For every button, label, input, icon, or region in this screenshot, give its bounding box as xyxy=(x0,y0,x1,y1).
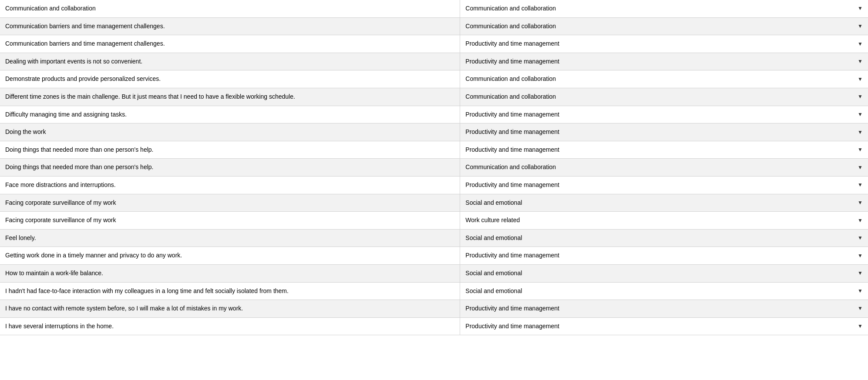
chevron-down-icon: ▼ xyxy=(858,5,863,12)
chevron-down-icon: ▼ xyxy=(858,270,863,277)
category-dropdown-cell[interactable]: Productivity and time management▼ xyxy=(460,176,868,194)
category-label: Communication and collaboration xyxy=(465,22,854,31)
response-text: Facing corporate surveillance of my work xyxy=(0,194,460,212)
response-text: Doing things that needed more than one p… xyxy=(0,159,460,177)
table-row: Facing corporate surveillance of my work… xyxy=(0,212,868,230)
chevron-down-icon: ▼ xyxy=(858,93,863,100)
category-label: Social and emotional xyxy=(465,234,854,243)
category-label: Social and emotional xyxy=(465,199,854,207)
response-text: I hadn't had face-to-face interaction wi… xyxy=(0,282,460,300)
response-text: Face more distractions and interruptions… xyxy=(0,176,460,194)
table-row: Communication and collaborationCommunica… xyxy=(0,0,868,17)
table-row: Dealing with important events is not so … xyxy=(0,53,868,70)
category-label: Productivity and time management xyxy=(465,181,854,190)
chevron-down-icon: ▼ xyxy=(858,23,863,30)
table-row: Difficulty managing time and assigning t… xyxy=(0,106,868,123)
table-row: Getting work done in a timely manner and… xyxy=(0,247,868,265)
response-text: I have several interruptions in the home… xyxy=(0,317,460,335)
category-label: Productivity and time management xyxy=(465,251,854,260)
category-label: Communication and collaboration xyxy=(465,93,854,101)
response-text: Communication barriers and time manageme… xyxy=(0,17,460,35)
chevron-down-icon: ▼ xyxy=(858,323,863,330)
response-text: Getting work done in a timely manner and… xyxy=(0,247,460,265)
table-row: How to maintain a work-life balance.Soci… xyxy=(0,264,868,282)
category-label: Productivity and time management xyxy=(465,57,854,66)
response-text: Dealing with important events is not so … xyxy=(0,53,460,70)
chevron-down-icon: ▼ xyxy=(858,217,863,224)
category-label: Work culture related xyxy=(465,216,854,225)
chevron-down-icon: ▼ xyxy=(858,305,863,312)
table-row: Communication barriers and time manageme… xyxy=(0,17,868,35)
category-dropdown-cell[interactable]: Social and emotional▼ xyxy=(460,264,868,282)
chevron-down-icon: ▼ xyxy=(858,164,863,171)
category-dropdown-cell[interactable]: Productivity and time management▼ xyxy=(460,247,868,265)
category-dropdown-cell[interactable]: Productivity and time management▼ xyxy=(460,317,868,335)
category-label: Social and emotional xyxy=(465,287,854,296)
category-dropdown-cell[interactable]: Work culture related▼ xyxy=(460,212,868,230)
table-row: Communication barriers and time manageme… xyxy=(0,35,868,53)
table-row: Different time zones is the main challen… xyxy=(0,88,868,106)
chevron-down-icon: ▼ xyxy=(858,287,863,295)
chevron-down-icon: ▼ xyxy=(858,129,863,136)
category-label: Productivity and time management xyxy=(465,128,854,137)
chevron-down-icon: ▼ xyxy=(858,234,863,242)
response-text: I have no contact with remote system bef… xyxy=(0,300,460,318)
table-row: I hadn't had face-to-face interaction wi… xyxy=(0,282,868,300)
response-text: Doing the work xyxy=(0,123,460,141)
chevron-down-icon: ▼ xyxy=(858,111,863,118)
table-row: Doing things that needed more than one p… xyxy=(0,159,868,177)
category-label: Productivity and time management xyxy=(465,146,854,154)
category-label: Communication and collaboration xyxy=(465,163,854,172)
category-label: Productivity and time management xyxy=(465,40,854,48)
response-text: Different time zones is the main challen… xyxy=(0,88,460,106)
chevron-down-icon: ▼ xyxy=(858,76,863,83)
table-row: Feel lonely.Social and emotional▼ xyxy=(0,229,868,247)
category-label: Social and emotional xyxy=(465,269,854,278)
table-row: Doing things that needed more than one p… xyxy=(0,141,868,159)
category-dropdown-cell[interactable]: Productivity and time management▼ xyxy=(460,123,868,141)
chevron-down-icon: ▼ xyxy=(858,199,863,207)
chevron-down-icon: ▼ xyxy=(858,58,863,65)
response-text: Feel lonely. xyxy=(0,229,460,247)
category-dropdown-cell[interactable]: Social and emotional▼ xyxy=(460,194,868,212)
category-dropdown-cell[interactable]: Productivity and time management▼ xyxy=(460,35,868,53)
table-row: I have several interruptions in the home… xyxy=(0,317,868,335)
category-dropdown-cell[interactable]: Productivity and time management▼ xyxy=(460,300,868,318)
category-label: Communication and collaboration xyxy=(465,4,854,13)
category-label: Communication and collaboration xyxy=(465,75,854,83)
category-label: Productivity and time management xyxy=(465,304,854,313)
response-text: Communication barriers and time manageme… xyxy=(0,35,460,53)
response-text: Facing corporate surveillance of my work xyxy=(0,212,460,230)
response-text: Communication and collaboration xyxy=(0,0,460,17)
category-dropdown-cell[interactable]: Communication and collaboration▼ xyxy=(460,0,868,17)
table-row: I have no contact with remote system bef… xyxy=(0,300,868,318)
chevron-down-icon: ▼ xyxy=(858,181,863,189)
category-dropdown-cell[interactable]: Productivity and time management▼ xyxy=(460,106,868,123)
category-dropdown-cell[interactable]: Productivity and time management▼ xyxy=(460,141,868,159)
category-dropdown-cell[interactable]: Communication and collaboration▼ xyxy=(460,70,868,88)
table-row: Demonstrate products and provide persona… xyxy=(0,70,868,88)
table-row: Doing the workProductivity and time mana… xyxy=(0,123,868,141)
chevron-down-icon: ▼ xyxy=(858,146,863,153)
main-table: Communication and collaborationCommunica… xyxy=(0,0,868,335)
category-dropdown-cell[interactable]: Social and emotional▼ xyxy=(460,229,868,247)
chevron-down-icon: ▼ xyxy=(858,252,863,260)
category-dropdown-cell[interactable]: Communication and collaboration▼ xyxy=(460,17,868,35)
category-dropdown-cell[interactable]: Social and emotional▼ xyxy=(460,282,868,300)
category-dropdown-cell[interactable]: Communication and collaboration▼ xyxy=(460,88,868,106)
response-text: How to maintain a work-life balance. xyxy=(0,264,460,282)
response-text: Demonstrate products and provide persona… xyxy=(0,70,460,88)
chevron-down-icon: ▼ xyxy=(858,40,863,48)
response-text: Doing things that needed more than one p… xyxy=(0,141,460,159)
category-dropdown-cell[interactable]: Productivity and time management▼ xyxy=(460,53,868,70)
category-label: Productivity and time management xyxy=(465,110,854,119)
category-label: Productivity and time management xyxy=(465,322,854,331)
table-row: Facing corporate surveillance of my work… xyxy=(0,194,868,212)
response-text: Difficulty managing time and assigning t… xyxy=(0,106,460,123)
category-dropdown-cell[interactable]: Communication and collaboration▼ xyxy=(460,159,868,177)
table-row: Face more distractions and interruptions… xyxy=(0,176,868,194)
